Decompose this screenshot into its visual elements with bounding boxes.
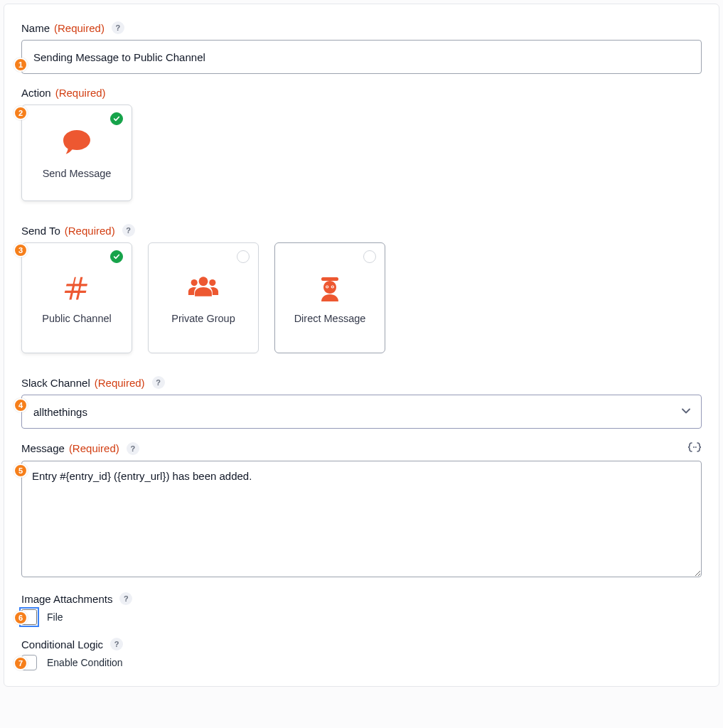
svg-point-8 — [695, 446, 697, 448]
svg-point-0 — [199, 277, 208, 286]
help-icon[interactable]: ? — [119, 592, 132, 605]
tile-label: Direct Message — [294, 312, 366, 325]
required-tag: (Required) — [55, 87, 106, 99]
agent-icon — [317, 271, 343, 304]
name-input[interactable] — [21, 40, 702, 74]
attachments-label: Image Attachments — [21, 593, 112, 605]
check-icon — [110, 250, 123, 263]
name-label: Name — [21, 22, 50, 34]
required-tag: (Required) — [54, 22, 105, 34]
required-tag: (Required) — [65, 225, 115, 237]
field-conditional-logic: 7 Conditional Logic ? Enable Condition — [21, 638, 702, 670]
logic-option-label: Enable Condition — [47, 657, 123, 668]
hash-icon — [63, 271, 90, 304]
field-send-to: 3 Send To (Required) ? Public Channel — [21, 224, 702, 353]
field-message: 5 Message (Required) ? — [21, 441, 702, 579]
send-to-tile-private-group[interactable]: Private Group — [148, 242, 259, 353]
help-icon[interactable]: ? — [112, 21, 124, 34]
svg-point-1 — [191, 279, 198, 286]
svg-point-7 — [693, 446, 695, 448]
action-label: Action — [21, 87, 51, 99]
field-name: 1 Name (Required) ? — [21, 21, 702, 74]
required-tag: (Required) — [69, 442, 119, 454]
svg-point-5 — [326, 286, 328, 287]
radio-unchecked-icon — [363, 250, 376, 263]
field-image-attachments: 6 Image Attachments ? File — [21, 592, 702, 625]
step-badge-3: 3 — [14, 243, 28, 257]
settings-panel: 1 Name (Required) ? 2 Action (Required) … — [4, 4, 719, 687]
required-tag: (Required) — [95, 377, 145, 389]
step-badge-4: 4 — [14, 398, 28, 412]
message-textarea[interactable] — [21, 461, 702, 577]
send-to-tile-public-channel[interactable]: Public Channel — [21, 242, 132, 353]
field-slack-channel: 4 Slack Channel (Required) ? allthething… — [21, 376, 702, 429]
step-badge-7: 7 — [14, 656, 28, 670]
help-icon[interactable]: ? — [127, 442, 139, 455]
help-icon[interactable]: ? — [110, 638, 123, 651]
check-icon — [110, 112, 123, 125]
merge-tags-icon[interactable] — [687, 441, 702, 455]
help-icon[interactable]: ? — [152, 376, 165, 389]
logic-label: Conditional Logic — [21, 638, 103, 651]
message-label: Message — [21, 442, 65, 454]
tile-label: Private Group — [171, 312, 235, 325]
send-to-label: Send To — [21, 225, 60, 237]
action-tile-send-message[interactable]: Send Message — [21, 105, 132, 201]
action-tile-label: Send Message — [43, 167, 112, 180]
channel-select[interactable]: allthethings — [21, 395, 702, 429]
send-to-tile-direct-message[interactable]: Direct Message — [274, 242, 385, 353]
tile-label: Public Channel — [42, 312, 112, 325]
step-badge-6: 6 — [14, 611, 28, 625]
step-badge-1: 1 — [14, 58, 28, 72]
radio-unchecked-icon — [237, 250, 250, 263]
group-icon — [188, 271, 219, 304]
step-badge-5: 5 — [14, 464, 28, 478]
attachment-option-label: File — [47, 611, 63, 623]
help-icon[interactable]: ? — [122, 224, 135, 237]
channel-label: Slack Channel — [21, 377, 90, 389]
svg-point-2 — [209, 279, 215, 286]
svg-point-6 — [332, 286, 333, 287]
speech-bubble-icon — [62, 126, 92, 159]
field-action: 2 Action (Required) Send Message — [21, 87, 702, 201]
step-badge-2: 2 — [14, 106, 28, 120]
